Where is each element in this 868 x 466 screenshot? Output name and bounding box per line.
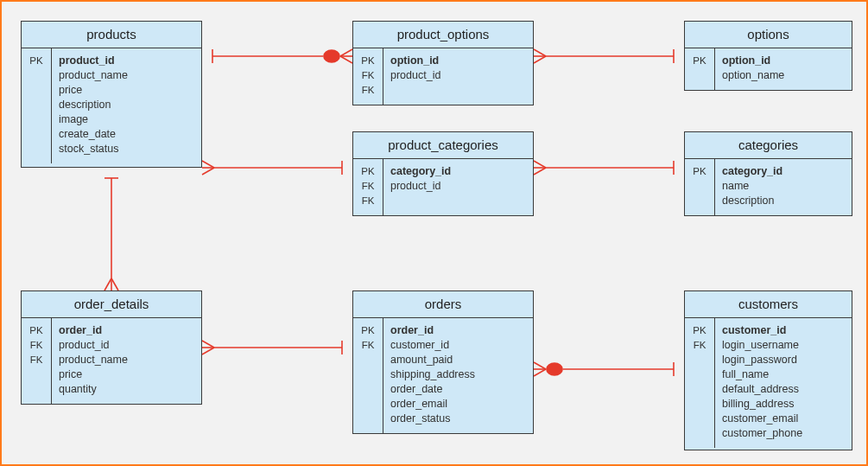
svg-line-1 — [340, 49, 352, 56]
column: customer_email — [722, 412, 845, 426]
svg-line-3 — [340, 56, 352, 63]
svg-line-33 — [534, 362, 546, 369]
entity-title: product_categories — [353, 132, 533, 159]
column: order_id — [59, 323, 194, 338]
entity-categories: categoriesPKcategory_idnamedescription — [684, 131, 852, 216]
entity-title: products — [22, 22, 201, 48]
entity-orders: ordersPKFKorder_idcustomer_idamount_paid… — [352, 290, 534, 434]
column: amount_paid — [390, 353, 526, 367]
column: default_address — [722, 382, 845, 397]
entity-product_options: product_optionsPKFKFKoption_idproduct_id — [352, 21, 534, 105]
column: product_name — [59, 68, 194, 83]
column: description — [59, 98, 194, 112]
svg-line-11 — [202, 168, 214, 175]
column: category_id — [722, 164, 845, 179]
entity-title: product_options — [353, 22, 533, 48]
column: image — [59, 112, 194, 127]
column: order_id — [390, 323, 526, 338]
entity-products: productsPKproduct_idproduct_namepricedes… — [21, 21, 202, 168]
svg-line-28 — [202, 341, 214, 348]
column: stock_status — [59, 142, 194, 156]
column: shipping_address — [390, 367, 526, 382]
column: product_id — [59, 54, 194, 68]
column: option_name — [722, 68, 845, 83]
column: full_name — [722, 367, 845, 382]
svg-line-31 — [534, 369, 546, 376]
column: product_id — [59, 338, 194, 353]
entity-title: customers — [685, 291, 852, 318]
column: product_id — [390, 179, 526, 194]
svg-line-13 — [202, 161, 214, 168]
column: description — [722, 194, 845, 208]
column: price — [59, 367, 194, 382]
svg-line-18 — [534, 161, 546, 168]
column: option_id — [390, 54, 526, 68]
column: product_name — [59, 353, 194, 367]
svg-point-34 — [547, 363, 562, 375]
entity-title: categories — [685, 132, 852, 159]
column: create_date — [59, 127, 194, 142]
entity-product_categories: product_categoriesPKFKFKcategory_idprodu… — [352, 131, 534, 216]
column: quantity — [59, 382, 194, 397]
column: product_id — [390, 68, 526, 83]
column: customer_id — [722, 323, 845, 338]
column: order_email — [390, 397, 526, 412]
entity-title: options — [685, 22, 852, 48]
entity-title: orders — [353, 291, 533, 318]
svg-line-16 — [534, 168, 546, 175]
column: price — [59, 83, 194, 98]
column: login_username — [722, 338, 845, 353]
column: customer_id — [390, 338, 526, 353]
entity-title: order_details — [22, 291, 201, 318]
column: billing_address — [722, 397, 845, 412]
svg-point-4 — [324, 50, 339, 62]
column: order_status — [390, 412, 526, 426]
svg-line-8 — [534, 49, 546, 56]
column: option_id — [722, 54, 845, 68]
entity-customers: customersPKFKcustomer_idlogin_usernamelo… — [684, 290, 852, 450]
entity-options: optionsPKoption_idoption_name — [684, 21, 852, 91]
column: order_date — [390, 382, 526, 397]
column: category_id — [390, 164, 526, 179]
svg-line-24 — [105, 278, 111, 290]
er-diagram-canvas: productsPKproduct_idproduct_namepricedes… — [0, 0, 868, 466]
column — [390, 83, 526, 98]
entity-order_details: order_detailsPKFKFKorder_idproduct_idpro… — [21, 290, 202, 405]
column: customer_phone — [722, 426, 845, 441]
column: name — [722, 179, 845, 194]
svg-line-26 — [202, 348, 214, 354]
svg-line-22 — [111, 278, 118, 290]
column — [390, 194, 526, 208]
svg-line-6 — [534, 56, 546, 63]
column: login_password — [722, 353, 845, 367]
